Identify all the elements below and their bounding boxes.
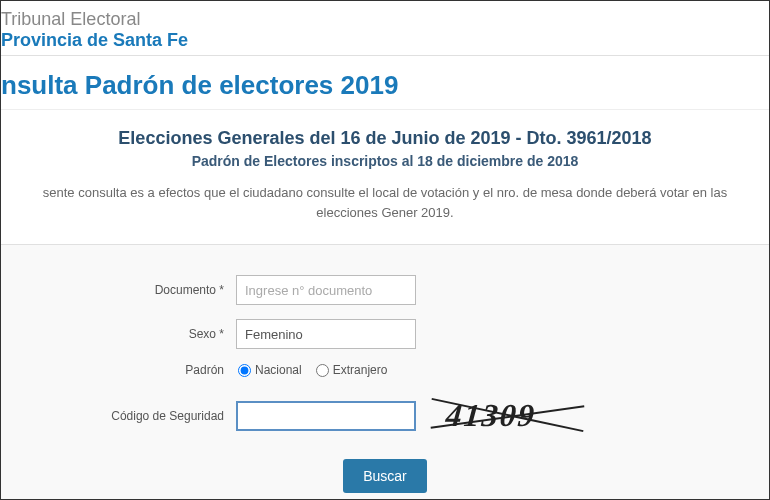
sexo-row: Sexo * (21, 319, 749, 349)
header-org-line1: Tribunal Electoral (1, 9, 769, 30)
padron-row: Padrón Nacional Extranjero (21, 363, 749, 377)
padron-label: Padrón (21, 363, 236, 377)
codigo-row: Código de Seguridad 41309 (21, 391, 749, 441)
padron-radio-group: Nacional Extranjero (236, 363, 395, 377)
documento-input[interactable] (236, 275, 416, 305)
election-title: Elecciones Generales del 16 de Junio de … (11, 128, 759, 149)
button-row: Buscar (21, 459, 749, 493)
header-org-line2: Provincia de Santa Fe (1, 30, 769, 51)
info-section: Elecciones Generales del 16 de Junio de … (1, 110, 769, 245)
sexo-label: Sexo * (21, 327, 236, 341)
search-form: Documento * Sexo * Padrón Nacional Extra… (1, 245, 769, 500)
page-title: nsulta Padrón de electores 2019 (1, 56, 769, 110)
padron-extranjero-radio[interactable] (316, 364, 329, 377)
election-subtitle: Padrón de Electores inscriptos al 18 de … (11, 153, 759, 169)
captcha-image: 41309 (428, 391, 578, 441)
padron-extranjero-label[interactable]: Extranjero (333, 363, 388, 377)
site-header: Tribunal Electoral Provincia de Santa Fe (1, 1, 769, 56)
sexo-select[interactable] (236, 319, 416, 349)
buscar-button[interactable]: Buscar (343, 459, 427, 493)
documento-label: Documento * (21, 283, 236, 297)
padron-nacional-label[interactable]: Nacional (255, 363, 302, 377)
codigo-input[interactable] (236, 401, 416, 431)
padron-nacional-radio[interactable] (238, 364, 251, 377)
election-description: sente consulta es a efectos que el ciuda… (11, 183, 759, 222)
codigo-label: Código de Seguridad (21, 409, 236, 423)
documento-row: Documento * (21, 275, 749, 305)
